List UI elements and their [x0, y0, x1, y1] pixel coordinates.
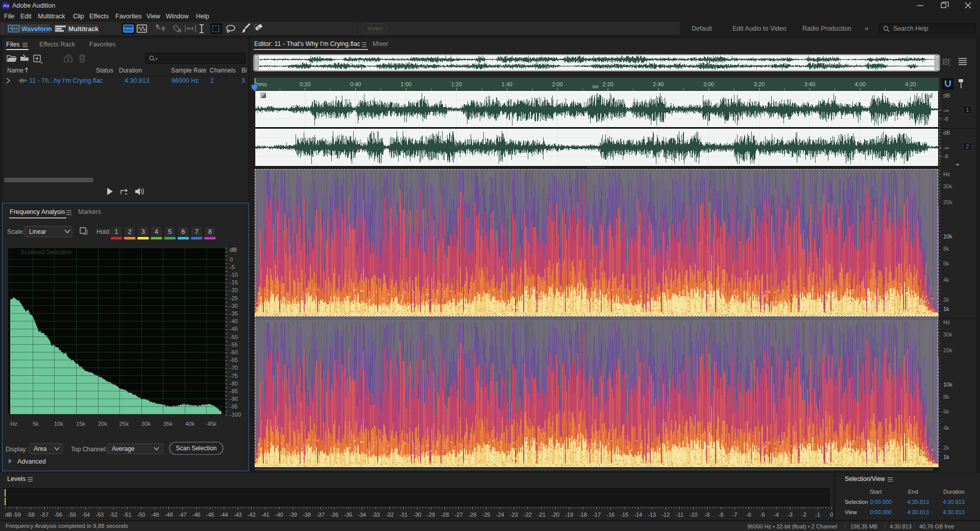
svg-text:Frequency Analysis: Frequency Analysis — [10, 208, 65, 215]
svg-text:-6: -6 — [943, 116, 948, 122]
svg-text:10k: 10k — [943, 381, 952, 388]
svg-text:2:20: 2:20 — [602, 81, 613, 87]
svg-text:-57: -57 — [40, 512, 48, 518]
svg-text:dB: dB — [943, 130, 950, 136]
svg-text:Markers: Markers — [78, 208, 101, 215]
svg-text:5k: 5k — [33, 421, 39, 427]
svg-text:40k: 40k — [185, 421, 195, 427]
svg-text:-23: -23 — [510, 512, 518, 518]
svg-text:-52: -52 — [109, 512, 117, 518]
svg-text:10k: 10k — [943, 233, 952, 239]
svg-text:4:20: 4:20 — [905, 81, 916, 87]
svg-text:-16: -16 — [606, 512, 615, 518]
svg-text:Hold:: Hold: — [96, 228, 111, 235]
svg-text:5: 5 — [168, 228, 172, 235]
svg-text:-55: -55 — [230, 342, 238, 348]
svg-text:Average: Average — [112, 445, 135, 452]
svg-text:-37: -37 — [316, 512, 325, 518]
svg-text:7: 7 — [195, 228, 199, 235]
svg-text:0: 0 — [830, 512, 833, 518]
svg-text:-29: -29 — [427, 512, 435, 518]
svg-text:-15: -15 — [230, 279, 238, 285]
svg-text:1k: 1k — [943, 454, 949, 460]
svg-text:8: 8 — [208, 228, 212, 235]
svg-text:Scale:: Scale: — [7, 228, 24, 235]
svg-text:-15: -15 — [620, 512, 628, 518]
svg-text:-14: -14 — [634, 512, 642, 518]
svg-text:6k: 6k — [943, 408, 949, 415]
svg-text:Hz: Hz — [943, 319, 950, 325]
svg-text:-75: -75 — [230, 373, 238, 379]
svg-text:-21: -21 — [537, 512, 546, 518]
svg-text:35k: 35k — [163, 421, 173, 427]
svg-text:-34: -34 — [358, 512, 366, 518]
svg-text:8k: 8k — [943, 246, 949, 252]
svg-text:-90: -90 — [230, 396, 238, 402]
svg-text:-24: -24 — [496, 512, 504, 518]
svg-text:-5: -5 — [760, 512, 765, 518]
svg-text:-41: -41 — [261, 512, 270, 518]
svg-text:-19: -19 — [565, 512, 573, 518]
svg-text:-56: -56 — [54, 512, 62, 518]
svg-text:-54: -54 — [82, 512, 90, 518]
svg-text:Linear: Linear — [29, 228, 46, 235]
svg-text:1k: 1k — [943, 306, 949, 312]
svg-text:-38: -38 — [303, 512, 311, 518]
svg-text:30k: 30k — [943, 331, 952, 337]
svg-text:Hz: Hz — [10, 421, 17, 427]
svg-text:-30: -30 — [230, 303, 238, 309]
svg-text:3: 3 — [141, 228, 145, 235]
svg-text:-36: -36 — [330, 512, 338, 518]
svg-text:10k: 10k — [54, 421, 64, 427]
svg-text:3:40: 3:40 — [804, 81, 815, 87]
svg-text:-7: -7 — [732, 512, 738, 518]
svg-text:-31: -31 — [399, 512, 407, 518]
svg-text:-39: -39 — [289, 512, 297, 518]
svg-text:-80: -80 — [230, 380, 238, 387]
svg-text:-10: -10 — [690, 512, 698, 518]
svg-text:-25: -25 — [482, 512, 491, 518]
svg-text:-1: -1 — [815, 512, 820, 518]
svg-text:-5: -5 — [230, 264, 235, 270]
svg-text:Scan Selection: Scan Selection — [176, 445, 216, 452]
svg-text:15k: 15k — [76, 421, 86, 427]
svg-text:-33: -33 — [372, 512, 380, 518]
svg-text:-32: -32 — [385, 512, 394, 518]
svg-text:-26: -26 — [469, 512, 477, 518]
svg-text:6: 6 — [182, 228, 185, 235]
svg-text:-43: -43 — [234, 512, 242, 518]
svg-text:2k: 2k — [943, 297, 949, 303]
svg-text:-25: -25 — [230, 295, 238, 301]
svg-text:-28: -28 — [441, 512, 449, 518]
svg-text:dB: dB — [5, 512, 12, 518]
svg-text:2:40: 2:40 — [653, 81, 664, 87]
svg-text:-85: -85 — [230, 388, 238, 394]
svg-text:Advanced: Advanced — [17, 458, 46, 465]
svg-text:-45: -45 — [230, 326, 238, 332]
svg-text:4: 4 — [155, 228, 158, 235]
svg-text:-8: -8 — [719, 512, 724, 518]
svg-text:1:20: 1:20 — [451, 81, 462, 87]
svg-text:1: 1 — [966, 107, 969, 113]
svg-text:4k: 4k — [943, 277, 949, 283]
svg-text:Mixer: Mixer — [373, 40, 388, 47]
svg-text:dB: dB — [230, 247, 237, 253]
svg-text:3:00: 3:00 — [703, 81, 714, 87]
svg-text:3:20: 3:20 — [754, 81, 765, 87]
svg-text:-17: -17 — [593, 512, 601, 518]
svg-text:-45: -45 — [206, 512, 214, 518]
svg-text:1:40: 1:40 — [501, 81, 512, 87]
svg-text:-20: -20 — [230, 287, 238, 293]
svg-text:4:00: 4:00 — [854, 81, 865, 87]
svg-text:-27: -27 — [455, 512, 463, 518]
svg-text:-35: -35 — [344, 512, 352, 518]
svg-text:-40: -40 — [275, 512, 283, 518]
svg-text:-47: -47 — [179, 512, 187, 518]
svg-text:4k: 4k — [943, 425, 949, 431]
svg-text:30k: 30k — [141, 421, 151, 427]
svg-text:-20: -20 — [551, 512, 559, 518]
svg-text:-50: -50 — [230, 334, 238, 340]
svg-text:-30: -30 — [413, 512, 422, 518]
svg-text:-10: -10 — [230, 272, 238, 278]
svg-text:20k: 20k — [943, 347, 952, 353]
